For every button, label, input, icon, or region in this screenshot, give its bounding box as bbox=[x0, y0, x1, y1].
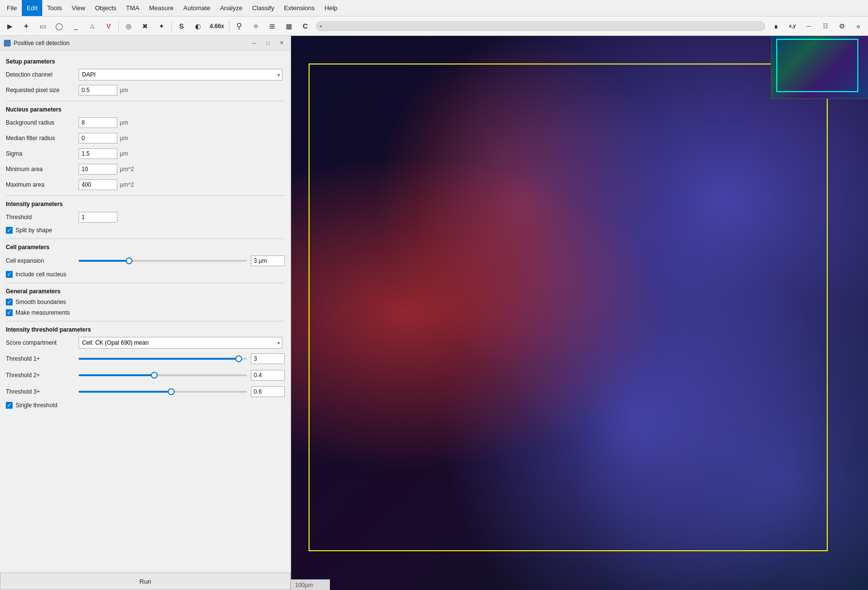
score-compartment-label: Score compartment bbox=[6, 339, 79, 346]
panel-close-button[interactable]: ✕ bbox=[276, 39, 287, 48]
detection-rectangle bbox=[309, 64, 828, 551]
menu-analyze[interactable]: Analyze bbox=[215, 0, 247, 16]
median-filter-row: Median filter radius µm bbox=[6, 132, 285, 144]
divider1 bbox=[6, 101, 285, 101]
nucleus-section-header: Nucleus parameters bbox=[6, 106, 285, 113]
toolbar-grid2[interactable]: ∎ bbox=[768, 19, 784, 33]
threshold3-track[interactable] bbox=[79, 391, 247, 393]
median-filter-unit: µm bbox=[120, 135, 128, 142]
smooth-boundaries-checkbox[interactable]: ✓ bbox=[6, 299, 13, 305]
toolbar-contrast[interactable]: ◐ bbox=[190, 19, 206, 33]
menu-classify[interactable]: Classify bbox=[247, 0, 279, 16]
threshold1-thumb[interactable] bbox=[235, 355, 242, 362]
toolbar-grid1[interactable]: ⊞ bbox=[264, 19, 280, 33]
image-canvas: 100µm bbox=[291, 36, 868, 590]
sigma-unit: µm bbox=[120, 150, 128, 157]
toolbar-biomarker[interactable]: ⚛ bbox=[248, 19, 263, 33]
score-compartment-select[interactable]: Cell: CK (Opal 690) mean bbox=[79, 337, 282, 349]
toolbar-zoom-in[interactable]: ⚲ bbox=[231, 19, 247, 33]
toolbar-wand[interactable]: ✖ bbox=[137, 19, 153, 33]
include-nucleus-checkbox[interactable]: ✓ bbox=[6, 271, 13, 278]
menu-extensions[interactable]: Extensions bbox=[279, 0, 320, 16]
single-threshold-checkbox[interactable]: ✓ bbox=[6, 402, 13, 409]
threshold2-thumb[interactable] bbox=[151, 372, 158, 379]
toolbar-pointer[interactable]: ▶ bbox=[2, 19, 17, 33]
single-threshold-row: ✓ Single threshold bbox=[6, 402, 285, 409]
pixel-size-input[interactable] bbox=[79, 85, 117, 96]
detection-channel-row: Detection channel DAPI ▾ bbox=[6, 69, 285, 80]
max-area-input[interactable] bbox=[79, 179, 117, 190]
background-radius-label: Background radius bbox=[6, 119, 79, 126]
background-radius-unit: µm bbox=[120, 119, 128, 126]
background-radius-row: Background radius µm bbox=[6, 117, 285, 128]
check-icon: ✓ bbox=[7, 227, 12, 234]
toolbar-settings[interactable]: ⚙ bbox=[834, 19, 850, 33]
toolbar-ellipse[interactable]: ◯ bbox=[51, 19, 67, 33]
toolbar-table[interactable]: ☷ bbox=[818, 19, 833, 33]
toolbar-v-tool[interactable]: V bbox=[101, 19, 116, 33]
panel-title: Positive cell detection bbox=[14, 40, 246, 47]
toolbar-line[interactable]: ⎯ bbox=[68, 19, 83, 33]
menu-tools[interactable]: Tools bbox=[42, 0, 66, 16]
cell-expansion-thumb[interactable] bbox=[126, 257, 132, 264]
smooth-check-icon: ✓ bbox=[7, 299, 12, 305]
toolbar-c-btn[interactable]: C bbox=[297, 19, 313, 33]
sigma-label: Sigma bbox=[6, 150, 79, 157]
run-button[interactable]: Run bbox=[0, 573, 291, 590]
image-area[interactable]: 100µm bbox=[291, 36, 868, 590]
divider3 bbox=[6, 239, 285, 239]
menu-measure[interactable]: Measure bbox=[144, 0, 179, 16]
cell-expansion-value[interactable]: 3 µm bbox=[251, 255, 285, 266]
menu-objects[interactable]: Objects bbox=[90, 0, 121, 16]
make-measurements-checkbox[interactable]: ✓ bbox=[6, 309, 13, 316]
panel-icon bbox=[4, 40, 11, 47]
toolbar-polygon[interactable]: △ bbox=[84, 19, 100, 33]
threshold3-thumb[interactable] bbox=[168, 388, 175, 395]
threshold2-track[interactable] bbox=[79, 374, 247, 376]
panel-maximize-button[interactable]: □ bbox=[262, 39, 273, 48]
toolbar-points[interactable]: ✦ bbox=[154, 19, 169, 33]
toolbar-add[interactable]: + bbox=[18, 19, 34, 33]
score-compartment-dropdown-wrap: Cell: CK (Opal 690) mean ▾ bbox=[79, 337, 282, 349]
menu-edit[interactable]: Edit bbox=[22, 0, 42, 16]
threshold-input[interactable] bbox=[79, 212, 117, 223]
threshold2-value[interactable]: 0.4 bbox=[251, 370, 285, 381]
search-bar[interactable]: ● bbox=[316, 21, 765, 31]
median-filter-input[interactable] bbox=[79, 133, 117, 144]
zoom-indicator: 100µm bbox=[295, 582, 313, 589]
menu-file[interactable]: File bbox=[2, 0, 22, 16]
max-area-label: Maximum area bbox=[6, 181, 79, 188]
include-nucleus-row: ✓ Include cell nucleus bbox=[6, 271, 285, 278]
toolbar-brush[interactable]: ◎ bbox=[121, 19, 136, 33]
cell-expansion-track[interactable] bbox=[79, 260, 247, 262]
minimap[interactable] bbox=[771, 36, 868, 99]
threshold1-value[interactable]: 3 bbox=[251, 353, 285, 364]
sigma-input[interactable] bbox=[79, 148, 117, 159]
panel-minimize-button[interactable]: ─ bbox=[249, 39, 260, 48]
menu-help[interactable]: Help bbox=[320, 0, 343, 16]
threshold3-label: Threshold 3+ bbox=[6, 388, 79, 395]
toolbar-xy[interactable]: x,y bbox=[785, 19, 800, 33]
threshold1-fill bbox=[79, 358, 239, 360]
detection-channel-select[interactable]: DAPI bbox=[79, 69, 282, 80]
toolbar-s-btn[interactable]: S bbox=[174, 19, 189, 33]
toolbar-sep1 bbox=[118, 20, 119, 32]
general-section-header: General parameters bbox=[6, 288, 285, 295]
minimap-inner bbox=[771, 36, 868, 98]
menu-automate[interactable]: Automate bbox=[179, 0, 215, 16]
min-area-input[interactable] bbox=[79, 164, 117, 175]
background-radius-input[interactable] bbox=[79, 117, 117, 128]
toolbar-rectangle[interactable]: ▭ bbox=[35, 19, 50, 33]
cell-expansion-row: Cell expansion 3 µm bbox=[6, 255, 285, 267]
menu-tma[interactable]: TMA bbox=[121, 0, 144, 16]
main-content: Positive cell detection ─ □ ✕ Setup para… bbox=[0, 36, 868, 590]
threshold3-value[interactable]: 0.6 bbox=[251, 386, 285, 397]
threshold1-track[interactable] bbox=[79, 358, 247, 360]
split-by-shape-checkbox[interactable]: ✓ bbox=[6, 227, 13, 234]
toolbar-measure[interactable]: ― bbox=[801, 19, 817, 33]
min-area-unit: µm^2 bbox=[120, 166, 134, 173]
menu-view[interactable]: View bbox=[67, 0, 90, 16]
toolbar: ▶ + ▭ ◯ ⎯ △ V ◎ ✖ ✦ S ◐ 4.66x ⚲ ⚛ ⊞ ▦ C … bbox=[0, 16, 868, 36]
toolbar-more[interactable]: » bbox=[851, 19, 866, 33]
toolbar-overlay[interactable]: ▦ bbox=[281, 19, 296, 33]
